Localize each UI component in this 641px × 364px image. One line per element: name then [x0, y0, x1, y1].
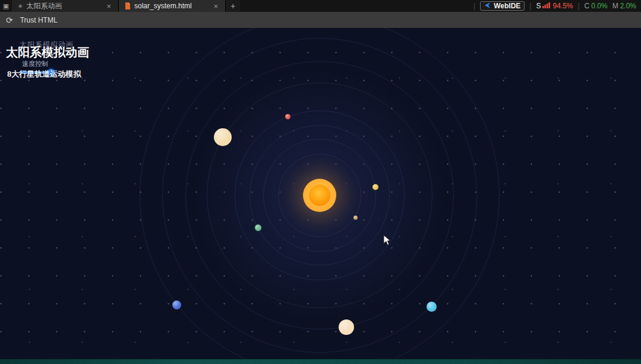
planet-neptune	[172, 300, 181, 309]
speed-slider[interactable]	[20, 69, 55, 75]
trust-html-button[interactable]: Trust HTML	[20, 16, 58, 24]
tab-bar-spacer	[240, 0, 469, 12]
stat-s-label: S	[536, 2, 541, 10]
ghost-title-text: 太阳系模拟动画	[20, 40, 74, 50]
planet-earth	[255, 224, 261, 231]
divider: |	[529, 2, 531, 10]
planet-jupiter	[214, 128, 232, 146]
preview-toolbar: ⟳ Trust HTML	[0, 12, 641, 28]
new-tab-button[interactable]: +	[226, 0, 240, 12]
slider-fill	[20, 71, 51, 74]
stat-m-label: M	[612, 2, 618, 10]
planet-sun	[303, 179, 336, 212]
stat-memory: M 2.0%	[612, 2, 636, 10]
stat-c-value: 0.0%	[591, 2, 607, 10]
page-title: 太阳系模拟动画	[6, 45, 89, 61]
bottom-taskbar-strip	[0, 359, 641, 364]
planet-mercury	[353, 216, 358, 220]
webide-button[interactable]: WebIDE	[480, 1, 525, 11]
webide-logo-icon	[484, 2, 491, 11]
stat-m-value: 2.0%	[620, 2, 636, 10]
stat-signal: S 94.5%	[536, 2, 573, 10]
refresh-icon[interactable]: ⟳	[6, 15, 13, 25]
statusbar-right: | WebIDE | S 94.5% | C 0.0% M 2.0%	[469, 0, 641, 12]
tab-label: 太阳系动画	[26, 1, 62, 11]
sun-core	[309, 185, 331, 207]
speed-control-label: 速度控制	[22, 59, 48, 68]
tab-solar-system-html[interactable]: solar_system.html ×	[119, 0, 226, 12]
planet-venus	[372, 184, 378, 190]
divider: |	[577, 2, 579, 10]
close-icon[interactable]: ×	[105, 2, 112, 10]
signal-bars-icon	[542, 2, 551, 10]
space-canvas: 太阳系模拟动画 太阳系模拟动画 速度控制 8大行星轨道运动模拟	[0, 28, 641, 364]
webide-label: WebIDE	[494, 2, 520, 10]
stat-c-label: C	[585, 2, 590, 10]
html-file-icon	[125, 2, 131, 10]
planet-mars	[285, 114, 290, 119]
close-icon[interactable]: ×	[212, 2, 219, 10]
preview-icon: ✳	[18, 3, 23, 10]
planet-uranus	[427, 302, 437, 312]
hud-overlay: 太阳系模拟动画 太阳系模拟动画 速度控制 8大行星轨道运动模拟	[0, 28, 178, 123]
tab-bar: ▣ ✳ 太阳系动画 × solar_system.html × + | WebI…	[0, 0, 641, 12]
app-icon: ▣	[0, 0, 12, 12]
planet-saturn	[339, 319, 354, 335]
tab-label: solar_system.html	[134, 2, 192, 10]
slider-handle[interactable]	[48, 69, 55, 76]
tab-solar-animation[interactable]: ✳ 太阳系动画 ×	[12, 0, 119, 12]
stat-cpu: C 0.0%	[585, 2, 608, 10]
divider: |	[473, 2, 475, 10]
stat-s-value: 94.5%	[552, 2, 573, 10]
